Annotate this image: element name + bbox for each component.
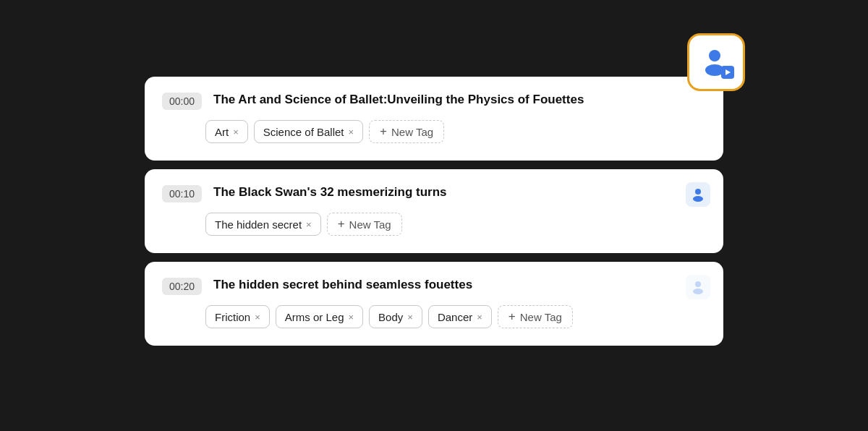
tag-body-remove[interactable]: × bbox=[407, 312, 413, 323]
tag-friction-remove[interactable]: × bbox=[255, 312, 260, 323]
tag-hidden-label: The hidden secret bbox=[215, 218, 302, 231]
card-3-avatar bbox=[686, 275, 710, 299]
card-2: 00:10 The Black Swan's 32 mesmerizing tu… bbox=[145, 169, 723, 253]
svg-point-0 bbox=[709, 50, 720, 61]
card-3-tags: Friction × Arms or Leg × Body × Dancer ×… bbox=[162, 305, 706, 328]
card-2-timestamp: 00:10 bbox=[162, 185, 202, 202]
tag-friction-label: Friction bbox=[215, 311, 250, 323]
svg-point-3 bbox=[695, 189, 701, 195]
tag-friction[interactable]: Friction × bbox=[205, 305, 270, 328]
main-container: 00:00 The Art and Science of Ballet:Unve… bbox=[145, 77, 723, 354]
tag-hidden-secret[interactable]: The hidden secret × bbox=[205, 213, 321, 236]
card-1-title: The Art and Science of Ballet:Unveiling … bbox=[213, 91, 706, 108]
card-2-new-tag-label: New Tag bbox=[349, 218, 391, 231]
card-2-tags: The hidden secret × + New Tag bbox=[162, 213, 706, 236]
plus-icon-3: + bbox=[509, 310, 516, 324]
tag-body-label: Body bbox=[378, 311, 403, 323]
card-2-title: The Black Swan's 32 mesmerizing turns bbox=[213, 184, 706, 201]
tag-science-label: Science of Ballet bbox=[263, 126, 344, 138]
card-3: 00:20 The hidden secret behind seamless … bbox=[145, 262, 723, 346]
tag-arms-label: Arms or Leg bbox=[285, 311, 344, 323]
tag-arms-or-leg[interactable]: Arms or Leg × bbox=[276, 305, 363, 328]
card-1-timestamp: 00:00 bbox=[162, 93, 202, 110]
play-badge-icon bbox=[721, 66, 734, 79]
card-1-new-tag-label: New Tag bbox=[391, 126, 433, 138]
tag-art[interactable]: Art × bbox=[205, 120, 248, 143]
card-3-header: 00:20 The hidden secret behind seamless … bbox=[162, 276, 706, 295]
tag-dancer-remove[interactable]: × bbox=[477, 312, 482, 323]
card-3-new-tag[interactable]: + New Tag bbox=[498, 305, 573, 328]
svg-point-4 bbox=[693, 196, 703, 202]
card-2-new-tag[interactable]: + New Tag bbox=[327, 213, 402, 236]
tag-science-remove[interactable]: × bbox=[349, 127, 354, 137]
tag-science-of-ballet[interactable]: Science of Ballet × bbox=[254, 120, 363, 143]
svg-marker-2 bbox=[726, 69, 731, 75]
tag-arms-remove[interactable]: × bbox=[348, 312, 354, 323]
card-2-avatar-icon bbox=[690, 187, 706, 202]
card-1: 00:00 The Art and Science of Ballet:Unve… bbox=[145, 77, 723, 161]
card-2-avatar bbox=[686, 182, 710, 207]
card-1-new-tag[interactable]: + New Tag bbox=[369, 120, 444, 143]
tag-body[interactable]: Body × bbox=[369, 305, 422, 328]
card-1-header: 00:00 The Art and Science of Ballet:Unve… bbox=[162, 91, 706, 110]
card-3-timestamp: 00:20 bbox=[162, 278, 202, 295]
card-1-tags: Art × Science of Ballet × + New Tag bbox=[162, 120, 706, 143]
tag-dancer-label: Dancer bbox=[438, 311, 472, 323]
svg-point-6 bbox=[693, 289, 703, 294]
card-3-title: The hidden secret behind seamless fouett… bbox=[213, 276, 706, 294]
avatar-button[interactable] bbox=[687, 33, 745, 91]
avatar-icon bbox=[699, 46, 733, 79]
tag-art-label: Art bbox=[215, 126, 229, 138]
tag-dancer[interactable]: Dancer × bbox=[428, 305, 492, 328]
plus-icon-1: + bbox=[380, 124, 387, 139]
svg-point-5 bbox=[695, 281, 701, 287]
tag-art-remove[interactable]: × bbox=[233, 127, 239, 137]
card-3-avatar-icon bbox=[690, 279, 706, 295]
tag-hidden-remove[interactable]: × bbox=[306, 219, 312, 230]
card-2-header: 00:10 The Black Swan's 32 mesmerizing tu… bbox=[162, 184, 706, 202]
card-3-new-tag-label: New Tag bbox=[520, 311, 562, 323]
plus-icon-2: + bbox=[338, 217, 345, 231]
